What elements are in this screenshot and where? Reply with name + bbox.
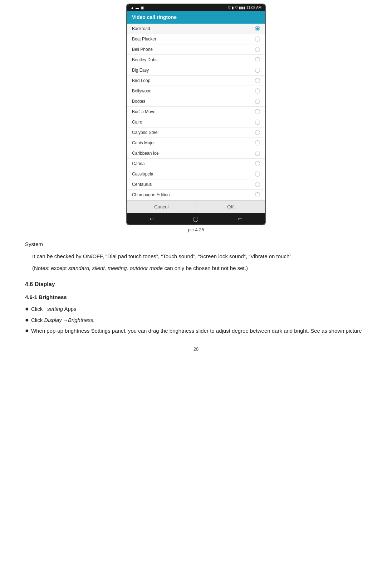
radio-unselected-icon <box>255 99 260 104</box>
doc-content: System It can be checked by ON/OFF, “Dia… <box>21 240 371 336</box>
bullet-text-2: Click Display →Brightness. <box>31 316 95 325</box>
time-display: ▽ ▮▮▮ 11:05 AM <box>235 6 261 10</box>
list-item[interactable]: Calypso Steel <box>127 127 265 138</box>
radio-unselected-icon <box>255 172 260 177</box>
ringtone-name: Bollywood <box>132 88 152 93</box>
radio-unselected-icon <box>255 37 260 42</box>
list-item[interactable]: Bus' a Move <box>127 107 265 117</box>
page-number: 28 <box>21 346 371 352</box>
list-item[interactable]: Boötes <box>127 96 265 107</box>
radio-unselected-icon <box>255 109 260 114</box>
ringtone-name: Bentley Dubs <box>132 57 157 62</box>
ringtone-name: Cassiopeia <box>132 172 153 177</box>
list-item[interactable]: Bell Phone <box>127 44 265 55</box>
signal-icon: ▲ <box>131 6 134 10</box>
page-container: ▲ ▬ ▣ ▽ ▮ ▽ ▮▮▮ 11:05 AM Video call ring… <box>0 0 392 366</box>
radio-unselected-icon <box>255 57 260 62</box>
pic-caption: pic.4.25 <box>188 227 204 232</box>
ringtone-name: Bird Loop <box>132 78 150 83</box>
list-item[interactable]: Cairo <box>127 117 265 127</box>
radio-unselected-icon <box>255 88 260 93</box>
screenshot-wrapper: ▲ ▬ ▣ ▽ ▮ ▽ ▮▮▮ 11:05 AM Video call ring… <box>21 4 371 237</box>
notes-text: (Notes: except standard, silent, meeting… <box>25 264 367 273</box>
ringtone-name: Champagne Edition <box>132 192 170 197</box>
wifi-icon: ▬ <box>136 6 139 10</box>
back-icon[interactable]: ↩ <box>150 216 154 222</box>
list-item[interactable]: Champagne Edition <box>127 190 265 200</box>
radio-unselected-icon <box>255 140 260 145</box>
list-item[interactable]: Carina <box>127 159 265 169</box>
bullet-item-1: ● Click setting Apps <box>25 304 367 314</box>
system-label: System <box>25 240 367 249</box>
bullet-dot-3: ● <box>25 326 29 335</box>
ringtone-name: Beat Plucker <box>132 37 156 42</box>
radio-unselected-icon <box>255 78 260 83</box>
ringtone-name: Canis Major <box>132 140 155 145</box>
notification-icon: ▣ <box>141 6 144 10</box>
list-item[interactable]: Bird Loop <box>127 76 265 86</box>
video-call-ringtone-dialog: Video call ringtone Backroad Beat Plucke… <box>127 11 265 213</box>
status-left-icons: ▲ ▬ ▣ <box>131 6 144 10</box>
bullet-dot-2: ● <box>25 316 29 324</box>
section-46-title: 4.6 Display <box>25 279 367 289</box>
system-desc-text: It can be checked by ON/OFF, “Dial pad t… <box>32 253 293 259</box>
list-item[interactable]: Cassiopeia <box>127 169 265 179</box>
ringtone-name: Calypso Steel <box>132 130 158 135</box>
subsection-461-title: 4.6-1 Brightness <box>25 293 367 302</box>
status-bar: ▲ ▬ ▣ ▽ ▮ ▽ ▮▮▮ 11:05 AM <box>127 4 265 11</box>
bullet-text-3: When pop-up brightness Settings panel, y… <box>31 326 362 336</box>
list-item[interactable]: Centaurus <box>127 179 265 190</box>
bullet-item-2: ● Click Display →Brightness. <box>25 316 367 325</box>
radio-selected-icon <box>255 26 260 31</box>
list-item[interactable]: Big Easy <box>127 65 265 76</box>
ringtone-name: Caribbean Ice <box>132 151 159 156</box>
recents-icon[interactable]: ▭ <box>238 216 242 222</box>
ok-button[interactable]: OK <box>196 201 265 213</box>
ringtone-name: Bus' a Move <box>132 109 156 114</box>
notes-italic: standard, silent, meeting, outdoor mode <box>68 265 163 271</box>
ringtone-name: Backroad <box>132 26 150 31</box>
battery-icon: ▮ <box>232 6 234 10</box>
phone-frame: ▲ ▬ ▣ ▽ ▮ ▽ ▮▮▮ 11:05 AM Video call ring… <box>126 4 266 225</box>
ringtone-name: Big Easy <box>132 68 149 73</box>
radio-unselected-icon <box>255 161 260 166</box>
system-desc: It can be checked by ON/OFF, “Dial pad t… <box>25 252 367 261</box>
home-icon[interactable]: ◯ <box>193 216 199 222</box>
radio-unselected-icon <box>255 47 260 52</box>
bullet-text-1: Click setting Apps <box>31 304 77 314</box>
radio-unselected-icon <box>255 120 260 125</box>
bullet-item-3: ● When pop-up brightness Settings panel,… <box>25 326 367 336</box>
list-item[interactable]: Bentley Dubs <box>127 55 265 65</box>
radio-unselected-icon <box>255 151 260 156</box>
system-label-text: System <box>25 241 43 247</box>
bullet-dot-1: ● <box>25 304 29 313</box>
list-item[interactable]: Bollywood <box>127 86 265 96</box>
ringtone-name: Boötes <box>132 99 145 104</box>
radio-unselected-icon <box>255 182 260 187</box>
radio-unselected-icon <box>255 130 260 135</box>
ringtone-name: Cairo <box>132 120 142 125</box>
dialog-buttons: Cancel OK <box>127 200 265 213</box>
radio-unselected-icon <box>255 68 260 73</box>
ringtone-name: Centaurus <box>132 182 152 187</box>
list-item[interactable]: Canis Major <box>127 138 265 148</box>
status-right-icons: ▽ ▮ ▽ ▮▮▮ 11:05 AM <box>228 6 261 10</box>
dialog-title: Video call ringtone <box>127 11 265 24</box>
phone-nav-bar: ↩ ◯ ▭ <box>127 213 265 225</box>
ringtone-name: Bell Phone <box>132 47 153 52</box>
cancel-button[interactable]: Cancel <box>127 201 196 213</box>
list-item[interactable]: Beat Plucker <box>127 34 265 44</box>
ringtone-list: Backroad Beat Plucker Bell Phone Bentley… <box>127 24 265 200</box>
ringtone-name: Carina <box>132 161 144 166</box>
list-item[interactable]: Caribbean Ice <box>127 148 265 159</box>
signal-strength-icon: ▽ <box>228 6 231 10</box>
radio-unselected-icon <box>255 192 260 197</box>
list-item[interactable]: Backroad <box>127 24 265 34</box>
